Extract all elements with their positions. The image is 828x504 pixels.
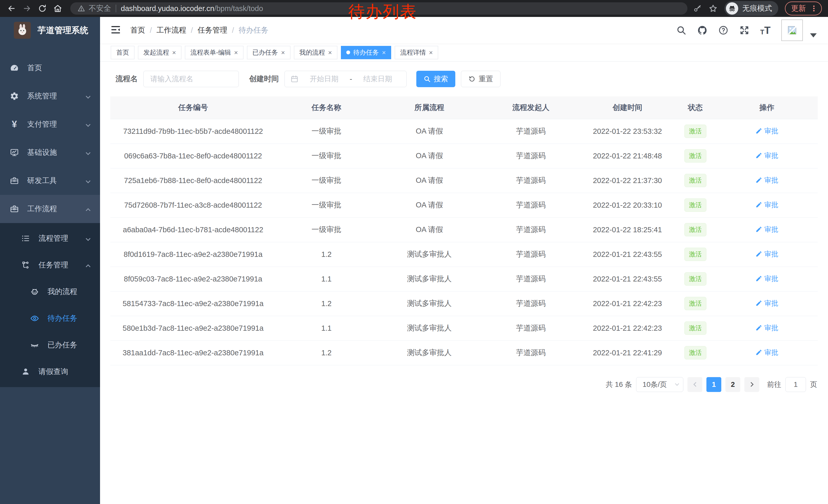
cell-task-id: a6aba0a4-7b6d-11ec-b781-acde48001122 xyxy=(110,217,276,242)
sidebar-item-devtool[interactable]: 研发工具 xyxy=(0,167,100,195)
cell-task-id: 73211d9d-7b9b-11ec-b5b7-acde48001122 xyxy=(110,119,276,144)
breadcrumb-item[interactable]: 工作流程 xyxy=(157,25,186,35)
incognito-badge[interactable]: 无痕模式 xyxy=(724,1,778,16)
approve-button[interactable]: 审批 xyxy=(755,299,778,308)
view-tab[interactable]: 首页 xyxy=(111,46,134,59)
sidebar-collapse-button[interactable] xyxy=(110,25,121,36)
view-tab[interactable]: 流程详情 × xyxy=(395,46,438,59)
breadcrumb-separator: / xyxy=(150,26,152,35)
close-icon[interactable]: × xyxy=(429,49,433,56)
view-tab[interactable]: 我的流程 × xyxy=(294,46,337,59)
active-dot xyxy=(346,50,350,54)
cell-task-name: 1.1 xyxy=(276,267,377,291)
view-tab[interactable]: 待办任务 × xyxy=(341,46,391,59)
view-tab[interactable]: 发起流程 × xyxy=(138,46,181,59)
page-unit-label: 页 xyxy=(810,380,817,390)
tab-label: 首页 xyxy=(116,48,129,57)
edit-pen-icon xyxy=(755,300,762,307)
edit-pen-icon xyxy=(755,226,762,233)
breadcrumb-separator: / xyxy=(232,26,234,35)
goto-page-input[interactable] xyxy=(785,377,806,392)
approve-button[interactable]: 审批 xyxy=(755,200,778,210)
sidebar-item-my-process[interactable]: 我的流程 xyxy=(0,278,100,305)
cell-created: 2022-01-22 21:48:48 xyxy=(580,144,675,168)
process-name-input[interactable] xyxy=(143,71,239,87)
close-icon[interactable]: × xyxy=(234,49,238,56)
calendar-icon xyxy=(290,75,299,83)
user-avatar-placeholder[interactable] xyxy=(781,19,803,41)
cell-task-id: 8f0d1619-7ac8-11ec-a9e2-a2380e71991a xyxy=(110,242,276,267)
table-row: a6aba0a4-7b6d-11ec-b781-acde48001122 一级审… xyxy=(110,217,818,242)
tab-label: 流程表单-编辑 xyxy=(190,48,231,57)
browser-reload-button[interactable] xyxy=(35,2,49,15)
font-size-button[interactable]: TT xyxy=(760,25,771,35)
chevron-down-icon xyxy=(86,94,90,98)
chevron-down-icon xyxy=(86,236,90,241)
approve-button[interactable]: 审批 xyxy=(755,323,778,332)
next-page-button[interactable] xyxy=(744,377,759,392)
fullscreen-button[interactable] xyxy=(739,25,749,35)
approve-button[interactable]: 审批 xyxy=(755,151,778,160)
browser-forward-button[interactable] xyxy=(20,2,34,15)
search-icon xyxy=(676,25,687,35)
warning-triangle-icon xyxy=(78,5,85,12)
github-link[interactable] xyxy=(697,25,707,35)
browser-update-button[interactable]: 更新 xyxy=(785,2,822,15)
cell-initiator: 芋道源码 xyxy=(482,217,580,242)
close-icon[interactable]: × xyxy=(328,49,332,56)
breadcrumb-item[interactable]: 首页 xyxy=(130,25,145,35)
approve-button[interactable]: 审批 xyxy=(755,176,778,185)
sidebar-item-process-mgmt[interactable]: 流程管理 xyxy=(0,225,100,252)
cell-created: 2022-01-21 22:42:23 xyxy=(580,316,675,340)
close-icon[interactable]: × xyxy=(281,49,285,56)
sidebar-item-task-mgmt[interactable]: 任务管理 xyxy=(0,252,100,278)
status-badge: 激活 xyxy=(685,272,706,285)
page-number-button[interactable]: 1 xyxy=(706,377,721,392)
sidebar-logo-row[interactable]: 芋道管理系统 xyxy=(0,17,100,44)
approve-button[interactable]: 审批 xyxy=(755,249,778,259)
search-button[interactable]: 搜索 xyxy=(416,71,455,87)
browser-toolbar: 不安全 dashboard.yudao.iocoder.cn/bpm/task/… xyxy=(0,0,828,17)
reset-button[interactable]: 重置 xyxy=(461,71,500,87)
sidebar-item-todo-task[interactable]: 待办任务 xyxy=(0,305,100,332)
approve-button[interactable]: 审批 xyxy=(755,225,778,234)
page-number-button[interactable]: 2 xyxy=(726,377,740,392)
cell-process: 测试多审批人 xyxy=(377,340,482,365)
cell-task-name: 一级审批 xyxy=(276,193,377,217)
sidebar-item-home[interactable]: 首页 xyxy=(0,54,100,82)
help-button[interactable] xyxy=(718,25,729,35)
date-range-picker[interactable]: 开始日期 - 结束日期 xyxy=(285,71,407,87)
browser-back-button[interactable] xyxy=(5,2,18,15)
address-bar[interactable]: 不安全 dashboard.yudao.iocoder.cn/bpm/task/… xyxy=(70,2,688,15)
sidebar-label-done-task: 已办任务 xyxy=(47,340,77,350)
breadcrumb-item[interactable]: 待办任务 xyxy=(239,25,268,35)
status-badge: 激活 xyxy=(685,346,706,359)
sidebar-item-workflow[interactable]: 工作流程 xyxy=(0,195,100,223)
sidebar-item-done-task[interactable]: 已办任务 xyxy=(0,332,100,358)
close-icon[interactable]: × xyxy=(382,49,386,56)
sidebar-item-infrastructure[interactable]: 基础设施 xyxy=(0,138,100,167)
prev-page-button[interactable] xyxy=(688,377,702,392)
sidebar-label-my-process: 我的流程 xyxy=(47,287,77,297)
close-icon[interactable]: × xyxy=(172,49,176,56)
view-tab[interactable]: 已办任务 × xyxy=(247,46,290,59)
column-header: 创建时间 xyxy=(580,96,675,119)
cell-process: 测试多审批人 xyxy=(377,267,482,291)
breadcrumb-item[interactable]: 任务管理 xyxy=(198,25,227,35)
view-tab[interactable]: 流程表单-编辑 × xyxy=(185,46,243,59)
sidebar-item-leave-query[interactable]: 请假查询 xyxy=(0,358,100,385)
approve-button[interactable]: 审批 xyxy=(755,348,778,357)
sidebar-item-system[interactable]: 系统管理 xyxy=(0,82,100,110)
sidebar-item-payment[interactable]: ¥ 支付管理 xyxy=(0,110,100,138)
browser-home-button[interactable] xyxy=(51,2,65,15)
cell-initiator: 芋道源码 xyxy=(482,242,580,267)
edit-pen-icon xyxy=(755,324,762,331)
status-badge: 激活 xyxy=(685,198,706,212)
tab-label: 已办任务 xyxy=(252,48,278,57)
approve-button[interactable]: 审批 xyxy=(755,274,778,283)
page-size-select[interactable]: 10条/页 xyxy=(636,377,683,392)
avatar-dropdown-caret[interactable] xyxy=(810,33,817,37)
site-security[interactable]: 不安全 xyxy=(78,3,111,13)
approve-button[interactable]: 审批 xyxy=(755,126,778,136)
header-search-button[interactable] xyxy=(676,25,687,35)
